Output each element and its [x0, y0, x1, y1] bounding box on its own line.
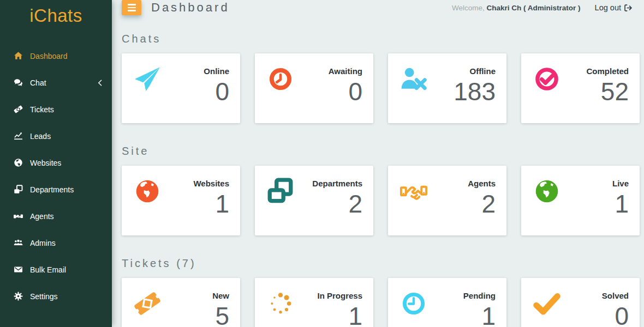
- stat-card-departments[interactable]: Departments 2: [255, 166, 373, 235]
- sidebar-item-label: Agents: [30, 212, 102, 221]
- stat-card-awaiting[interactable]: Awaiting 0: [255, 53, 373, 123]
- stat-card-agents[interactable]: Agents 2: [388, 166, 506, 235]
- check-icon: [533, 290, 562, 318]
- clone-icon: [267, 178, 295, 206]
- sidebar-item-agents[interactable]: Agents: [0, 203, 112, 229]
- sidebar-item-chat[interactable]: Chat: [0, 69, 112, 96]
- stat-card-offline[interactable]: Offline 183: [388, 53, 506, 123]
- sign-out-icon: [624, 4, 632, 12]
- check-circle-icon: [533, 65, 562, 94]
- topbar: Dashboard Welcome, Chakri Ch ( Administr…: [112, 0, 644, 15]
- card-label: Websites: [193, 179, 229, 188]
- user-times-icon: [400, 65, 428, 94]
- sidebar-item-label: Leads: [30, 132, 102, 141]
- card-label: Pending: [463, 291, 496, 300]
- card-label: In Progress: [317, 291, 362, 300]
- clock-solid-icon: [267, 65, 295, 94]
- card-value: 2: [468, 190, 496, 219]
- sidebar-item-bulk-email[interactable]: Bulk Email: [0, 256, 112, 283]
- sidebar-item-label: Settings: [30, 292, 102, 301]
- card-value: 0: [329, 77, 362, 106]
- main-area: Dashboard Welcome, Chakri Ch ( Administr…: [112, 0, 644, 327]
- sidebar-item-tickets[interactable]: Tickets: [0, 96, 112, 123]
- sidebar-item-label: Departments: [30, 185, 102, 194]
- menu-toggle-button[interactable]: [122, 0, 141, 15]
- section-title: Chats: [122, 33, 640, 45]
- card-label: Departments: [312, 179, 362, 188]
- envelope-icon: [13, 265, 23, 274]
- users-icon: [13, 238, 23, 247]
- stat-card-completed[interactable]: Completed 52: [521, 53, 640, 123]
- sidebar-item-admins[interactable]: Admins: [0, 229, 112, 256]
- stat-card-solved[interactable]: Solved 0: [521, 278, 640, 327]
- sidebar: iChats Dashboard Chat Tickets Leads: [0, 0, 112, 327]
- card-value: 0: [602, 302, 629, 327]
- card-label: Online: [204, 66, 229, 76]
- section-title: Site: [122, 145, 640, 158]
- dashboard-content: Chats Online 0 Awaiting: [112, 15, 644, 327]
- card-value: 1: [463, 302, 496, 327]
- card-value: 1: [612, 190, 629, 219]
- clock-outline-icon: [400, 290, 428, 318]
- card-value: 0: [204, 77, 229, 106]
- stat-card-online[interactable]: Online 0: [122, 53, 240, 123]
- sidebar-item-label: Websites: [30, 159, 102, 167]
- comments-icon: [13, 78, 23, 87]
- card-value: 2: [312, 190, 362, 219]
- section-site: Site Websites 1 Departmen: [122, 145, 640, 235]
- sidebar-item-label: Admins: [30, 239, 102, 247]
- card-label: Agents: [468, 179, 496, 188]
- card-label: Offline: [454, 66, 496, 76]
- sidebar-item-websites[interactable]: Websites: [0, 149, 112, 176]
- chart-line-icon: [13, 131, 23, 141]
- card-value: 183: [454, 77, 496, 106]
- clone-icon: [13, 185, 23, 194]
- sidebar-item-label: Bulk Email: [30, 265, 102, 274]
- section-title: Tickets (7): [122, 257, 640, 270]
- stat-card-pending[interactable]: Pending 1: [388, 278, 506, 327]
- logout-link[interactable]: Log out: [595, 3, 632, 12]
- chevron-left-icon: [98, 80, 102, 86]
- card-value: 52: [586, 77, 629, 106]
- sidebar-item-label: Dashboard: [30, 52, 102, 60]
- card-label: Completed: [586, 66, 629, 76]
- card-value: 1: [317, 302, 362, 327]
- ticket-icon: [13, 105, 23, 114]
- card-label: Live: [612, 179, 629, 188]
- section-chats: Chats Online 0 Awaiting: [122, 33, 640, 123]
- gear-icon: [13, 292, 23, 301]
- globe-icon: [134, 178, 162, 206]
- sidebar-item-label: Chat: [30, 78, 98, 87]
- card-label: Awaiting: [329, 66, 362, 76]
- sidebar-item-label: Tickets: [30, 105, 102, 114]
- globe-icon: [533, 178, 562, 206]
- welcome-text: Welcome, Chakri Ch ( Administrator ): [452, 4, 581, 12]
- stat-card-websites[interactable]: Websites 1: [122, 166, 240, 235]
- stat-card-in-progress[interactable]: In Progress 1: [255, 278, 373, 327]
- globe-icon: [13, 158, 23, 167]
- paper-plane-icon: [134, 65, 162, 94]
- card-value: 1: [193, 190, 229, 219]
- home-icon: [13, 51, 23, 60]
- page-title: Dashboard: [151, 1, 230, 15]
- stat-card-live[interactable]: Live 1: [521, 166, 640, 235]
- stat-card-new[interactable]: New 5: [122, 278, 240, 327]
- sidebar-menu: Dashboard Chat Tickets Leads Webs: [0, 43, 112, 310]
- handshake-icon: [400, 178, 428, 206]
- sidebar-item-dashboard[interactable]: Dashboard: [0, 43, 112, 69]
- section-tickets: Tickets (7) New 5 In Prog: [122, 257, 640, 327]
- user-name: Chakri Ch ( Administrator ): [487, 4, 581, 12]
- card-label: Solved: [602, 291, 629, 300]
- spinner-icon: [267, 290, 295, 318]
- sidebar-item-settings[interactable]: Settings: [0, 283, 112, 310]
- sidebar-item-leads[interactable]: Leads: [0, 123, 112, 149]
- app-logo: iChats: [0, 0, 112, 26]
- sidebar-item-departments[interactable]: Departments: [0, 176, 112, 203]
- ticket-icon: [134, 290, 162, 318]
- card-value: 5: [212, 302, 229, 327]
- card-label: New: [212, 291, 229, 300]
- handshake-icon: [13, 211, 23, 221]
